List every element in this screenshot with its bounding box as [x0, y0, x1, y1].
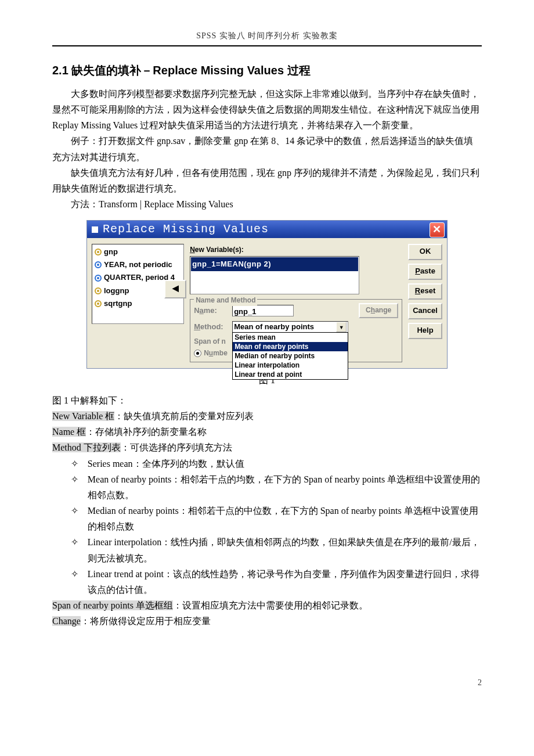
bullet-item: ✧Median of nearby points：相邻若干点的中位数，在下方的 … [52, 503, 482, 534]
number-radio[interactable] [194, 350, 201, 357]
scale-icon [95, 300, 102, 307]
method-combobox[interactable]: Mean of nearby points ▼ [232, 321, 348, 333]
new-variables-list[interactable]: gnp_1=MEAN(gnp 2) [190, 256, 359, 294]
paste-button[interactable]: Paste [408, 264, 442, 280]
periodic-icon [95, 275, 102, 282]
periodic-icon [95, 261, 102, 268]
replace-missing-values-dialog: Replace Missing Values ✕ gnp YEAR, not p… [86, 220, 448, 368]
cancel-button[interactable]: Cancel [408, 303, 442, 319]
new-variable-selected[interactable]: gnp_1=MEAN(gnp 2) [191, 257, 358, 271]
span-label: Span of n [194, 336, 226, 347]
scale-icon [95, 287, 102, 294]
number-radio-label: Numbe [204, 347, 228, 359]
section-title: 2.1 缺失值的填补－Replace Missing Values 过程 [52, 60, 482, 80]
change-button[interactable]: Change [359, 303, 398, 318]
explain-line: Method 下拉列表：可供选择的序列填充方法 [52, 440, 482, 455]
name-and-method-group: Name and Method Name: gnp_1 Change Metho… [190, 299, 402, 362]
bullet-item: ✧Mean of nearby points：相邻若干点的均数，在下方的 Spa… [52, 471, 482, 503]
page-header: SPSS 实验八 时间序列分析 实验教案 [52, 29, 482, 46]
explain-line: Change：将所做得设定应用于相应变量 [52, 613, 482, 629]
explain-line: Span of nearby points 单选框组：设置相应填充方法中需要使用… [52, 597, 482, 613]
dropdown-option[interactable]: Mean of nearby points [233, 342, 348, 351]
window-icon [92, 226, 98, 233]
body-paragraph: 方法：Transform | Replace Missing Values [52, 196, 482, 212]
body-paragraph: 例子：打开数据文件 gnp.sav，删除变量 gnp 在第 8、14 条记录中的… [52, 133, 482, 164]
ok-button[interactable]: OK [408, 244, 442, 260]
group-legend: Name and Method [194, 294, 257, 306]
bullet-item: ✧Linear trend at point：该点的线性趋势，将记录号作为自变量… [52, 566, 482, 597]
explain-intro: 图 1 中解释如下： [52, 393, 482, 408]
scale-icon [95, 249, 102, 255]
close-button[interactable]: ✕ [430, 222, 445, 237]
new-variables-label: New Variable(s): [190, 244, 402, 255]
method-dropdown[interactable]: Series mean Mean of nearby points Median… [232, 332, 348, 380]
move-left-button[interactable]: ◀ [164, 280, 186, 298]
name-input[interactable]: gnp_1 [232, 305, 294, 316]
dialog-title: Replace Missing Values [103, 219, 269, 239]
list-item[interactable]: gnp [93, 246, 182, 258]
page-number: 2 [52, 676, 482, 690]
dropdown-option[interactable]: Median of nearby points [233, 351, 348, 361]
dialog-titlebar: Replace Missing Values ✕ [87, 221, 447, 238]
chevron-down-icon[interactable]: ▼ [336, 322, 347, 332]
list-item[interactable]: YEAR, not periodic [93, 258, 182, 271]
dialog-figure: Replace Missing Values ✕ gnp YEAR, not p… [52, 220, 482, 368]
bullet-item: ✧Series mean：全体序列的均数，默认值 [52, 456, 482, 471]
explain-line: New Variable 框：缺失值填充前后的变量对应列表 [52, 408, 482, 424]
bullet-item: ✧Linear interpolation：线性内插，即缺失值相邻两点的均数，但… [52, 534, 482, 566]
help-button[interactable]: Help [408, 323, 442, 339]
body-paragraph: 缺失值填充方法有好几种，但各有使用范围，现在 gnp 序列的规律并不清楚，为保险… [52, 165, 482, 196]
method-label: Method: [194, 321, 229, 333]
dropdown-option[interactable]: Linear trend at point [233, 370, 348, 379]
dropdown-option[interactable]: Linear interpolation [233, 361, 348, 370]
dropdown-option[interactable]: Series mean [233, 333, 348, 342]
explain-line: Name 框：存储填补序列的新变量名称 [52, 424, 482, 440]
list-item[interactable]: sqrtgnp [93, 297, 182, 310]
reset-button[interactable]: Reset [408, 283, 442, 300]
body-paragraph: 大多数时间序列模型都要求数据序列完整无缺，但这实际上非常难以做到。当序列中存在缺… [52, 86, 482, 134]
